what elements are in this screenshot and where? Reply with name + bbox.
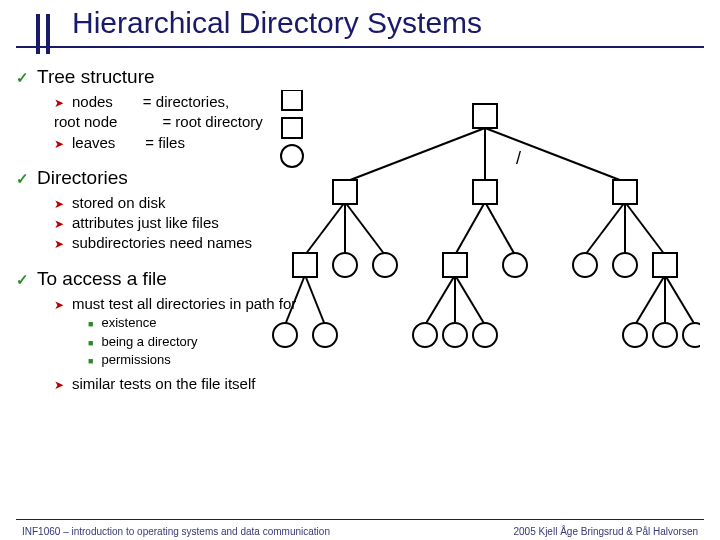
heading-text: Directories	[37, 167, 128, 188]
section-heading: ✓Tree structure	[16, 66, 704, 88]
svg-rect-20	[333, 180, 357, 204]
sub-bullet-text: being a directory	[101, 334, 197, 349]
svg-line-18	[665, 275, 695, 325]
footer: INF1060 – introduction to operating syst…	[0, 520, 720, 540]
svg-line-7	[485, 202, 515, 255]
svg-line-15	[455, 275, 485, 325]
bullet-text: stored on disk	[72, 194, 165, 211]
heading-text: To access a file	[37, 268, 167, 289]
checkmark-icon: ✓	[16, 170, 29, 187]
svg-line-8	[585, 202, 625, 255]
svg-line-10	[625, 202, 665, 255]
svg-line-0	[345, 128, 485, 182]
svg-rect-22	[613, 180, 637, 204]
svg-line-6	[455, 202, 485, 255]
svg-line-2	[485, 128, 625, 182]
root-slash-label: /	[516, 148, 521, 169]
svg-point-29	[613, 253, 637, 277]
svg-rect-26	[443, 253, 467, 277]
svg-point-38	[683, 323, 700, 347]
tree-diagram: /	[270, 90, 700, 360]
svg-rect-23	[293, 253, 317, 277]
sub-bullet-text: permissions	[101, 352, 170, 367]
svg-line-13	[425, 275, 455, 325]
svg-point-36	[623, 323, 647, 347]
footer-right-text: 2005 Kjell Åge Bringsrud & Pål Halvorsen	[513, 526, 698, 537]
svg-rect-40	[282, 118, 302, 138]
heading-text: Tree structure	[37, 66, 155, 87]
bullet-text: subdirectories need names	[72, 234, 252, 251]
arrow-icon: ➤	[54, 137, 64, 151]
svg-rect-30	[653, 253, 677, 277]
checkmark-icon: ✓	[16, 69, 29, 86]
arrow-icon: ➤	[54, 197, 64, 211]
svg-point-24	[333, 253, 357, 277]
title-bar: Hierarchical Directory Systems	[0, 0, 720, 52]
svg-point-41	[281, 145, 303, 167]
slide-title: Hierarchical Directory Systems	[72, 6, 482, 40]
title-ornament-tick	[36, 14, 40, 54]
arrow-icon: ➤	[54, 237, 64, 251]
svg-point-34	[443, 323, 467, 347]
bullet-text: leaves = files	[72, 134, 185, 151]
svg-line-11	[285, 275, 305, 325]
title-underline	[16, 46, 704, 48]
bullet-text: attributes just like files	[72, 214, 219, 231]
svg-line-5	[345, 202, 385, 255]
svg-point-25	[373, 253, 397, 277]
arrow-icon: ➤	[54, 96, 64, 110]
svg-line-3	[305, 202, 345, 255]
bullet-item: ➤similar tests on the file itself	[54, 374, 704, 394]
svg-point-28	[573, 253, 597, 277]
tree-svg	[270, 90, 700, 360]
arrow-icon: ➤	[54, 378, 64, 392]
bullet-text: similar tests on the file itself	[72, 375, 255, 392]
arrow-icon: ➤	[54, 298, 64, 312]
svg-point-31	[273, 323, 297, 347]
svg-rect-39	[282, 90, 302, 110]
title-ornament-tick	[46, 14, 50, 54]
svg-point-37	[653, 323, 677, 347]
svg-line-12	[305, 275, 325, 325]
svg-point-33	[413, 323, 437, 347]
checkmark-icon: ✓	[16, 271, 29, 288]
arrow-icon: ➤	[54, 217, 64, 231]
square-icon: ■	[88, 356, 93, 366]
svg-point-35	[473, 323, 497, 347]
footer-left-text: INF1060 – introduction to operating syst…	[22, 526, 330, 537]
svg-line-16	[635, 275, 665, 325]
square-icon: ■	[88, 319, 93, 329]
square-icon: ■	[88, 338, 93, 348]
footer-line	[16, 519, 704, 520]
svg-point-27	[503, 253, 527, 277]
svg-rect-19	[473, 104, 497, 128]
sub-bullet-text: existence	[101, 315, 156, 330]
bullet-text: nodes = directories, root node = root di…	[54, 93, 263, 130]
svg-rect-21	[473, 180, 497, 204]
svg-point-32	[313, 323, 337, 347]
bullet-text: must test all directories in path for	[72, 295, 296, 312]
